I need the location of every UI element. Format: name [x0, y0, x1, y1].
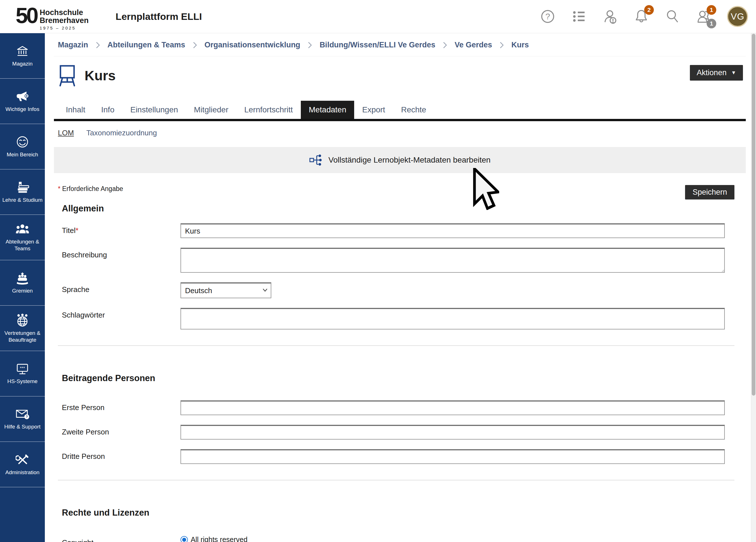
edit-full-metadata-banner[interactable]: Vollständige Lernobjekt-Metadaten bearbe… — [54, 147, 746, 173]
tools-icon — [16, 453, 29, 466]
sidebar-item-label: Abteilungen & Teams — [0, 238, 45, 252]
chevron-down-icon: ▼ — [731, 70, 736, 76]
zweite-person-input[interactable] — [180, 425, 725, 440]
logo-50-number: 50 — [16, 5, 37, 25]
monitor-icon: *** — [16, 363, 29, 375]
breadcrumb-item[interactable]: Bildung/Wissen/ELLI Ve Gerdes — [320, 41, 435, 49]
sidebar-item-hilfe-support[interactable]: ? Hilfe & Support — [0, 396, 45, 442]
tab-inhalt[interactable]: Inhalt — [58, 101, 93, 119]
university-logo: 50 Hochschule Bremerhaven 1975 – 2025 — [16, 3, 89, 30]
vertical-scrollbar[interactable] — [751, 33, 756, 542]
breadcrumb-item-current[interactable]: Kurs — [511, 41, 529, 49]
chevron-right-icon — [308, 41, 312, 49]
titel-label: Titel* — [62, 223, 180, 235]
form-row-titel: Titel* — [54, 223, 746, 238]
sidebar-item-label: HS-Systeme — [6, 378, 39, 385]
required-note-text: Erforderliche Angabe — [62, 185, 123, 192]
sidebar-item-mein-bereich[interactable]: Mein Bereich — [0, 124, 45, 169]
dritte-person-label: Dritte Person — [62, 449, 180, 461]
form-row-copyright: Copyright All rights reserved — [54, 535, 746, 542]
required-note: *Erforderliche Angabe — [58, 185, 123, 193]
section-heading-rechte: Rechte und Lizenzen — [54, 508, 746, 518]
dritte-person-input[interactable] — [180, 449, 725, 464]
chevron-right-icon — [96, 41, 100, 49]
breadcrumb-item[interactable]: Magazin — [58, 41, 88, 49]
tab-lernfortschritt[interactable]: Lernfortschritt — [236, 101, 301, 119]
chevron-right-icon — [443, 41, 447, 49]
sidebar-item-vertretungen[interactable]: Vertretungen & Beauftragte — [0, 306, 45, 351]
help-icon[interactable]: ? — [540, 9, 556, 24]
group-icon — [16, 223, 29, 236]
copyright-radio[interactable] — [180, 536, 188, 542]
beschreibung-textarea[interactable] — [180, 248, 725, 273]
app-header: 50 Hochschule Bremerhaven 1975 – 2025 Le… — [0, 0, 756, 33]
sprache-select[interactable]: Deutsch — [180, 282, 271, 298]
tab-info[interactable]: Info — [93, 101, 123, 119]
breadcrumb-item[interactable]: Ve Gerdes — [455, 41, 492, 49]
bank-icon — [16, 45, 29, 58]
copyright-option-label: All rights reserved — [191, 535, 247, 542]
form-row-zweite-person: Zweite Person — [54, 425, 746, 440]
search-icon[interactable] — [665, 9, 681, 24]
section-divider — [58, 345, 734, 346]
scrollbar-thumb[interactable] — [752, 34, 755, 396]
sidebar-item-hs-systeme[interactable]: *** HS-Systeme — [0, 351, 45, 396]
sidebar-item-administration[interactable]: Administration — [0, 442, 45, 487]
subtab-bar: LOM Taxonomiezuordnung — [54, 129, 746, 137]
sidebar-item-magazin[interactable]: Magazin — [0, 33, 45, 79]
subtab-taxonomiezuordnung[interactable]: Taxonomiezuordnung — [86, 129, 157, 137]
sidebar-item-abteilungen-teams[interactable]: Abteilungen & Teams — [0, 215, 45, 260]
edit-full-metadata-label: Vollständige Lernobjekt-Metadaten bearbe… — [328, 156, 490, 165]
globe-people-icon — [16, 313, 29, 327]
page-title: Kurs — [85, 68, 115, 83]
schlagwoerter-input[interactable] — [180, 308, 725, 329]
sidebar-item-label: Wichtige Infos — [4, 106, 40, 113]
main-content: Magazin Abteilungen & Teams Organisation… — [45, 33, 756, 542]
tab-einstellungen[interactable]: Einstellungen — [122, 101, 186, 119]
sidebar-item-label: Mein Bereich — [6, 151, 39, 158]
section-heading-allgemein: Allgemein — [54, 203, 746, 214]
sidebar-item-label: Gremien — [11, 287, 34, 294]
sidebar-item-gremien[interactable]: Gremien — [0, 260, 45, 306]
contacts-icon[interactable]: 1 1 — [696, 9, 712, 24]
contacts-badge-new: 1 — [707, 5, 716, 15]
tab-rechte[interactable]: Rechte — [393, 101, 434, 119]
form-row-sprache: Sprache Deutsch — [54, 282, 746, 298]
breadcrumb-item[interactable]: Organisationsentwicklung — [205, 41, 301, 49]
save-button[interactable]: Speichern — [685, 185, 734, 199]
tab-metadaten[interactable]: Metadaten — [301, 101, 354, 119]
logo-name-line1: Hochschule — [40, 9, 89, 17]
membership-requests-icon[interactable] — [602, 9, 618, 24]
titel-input[interactable] — [180, 223, 725, 238]
books-icon — [16, 181, 29, 194]
tab-export[interactable]: Export — [354, 101, 393, 119]
sidebar-item-wichtige-infos[interactable]: Wichtige Infos — [0, 79, 45, 124]
bell-badge: 2 — [644, 5, 654, 15]
schlagwoerter-label: Schlagwörter — [62, 308, 180, 320]
required-asterisk: * — [58, 185, 60, 192]
chevron-right-icon — [193, 41, 197, 49]
sidebar-item-label: Lehre & Studium — [1, 197, 44, 203]
tab-mitglieder[interactable]: Mitglieder — [186, 101, 236, 119]
form-header: *Erforderliche Angabe Speichern — [54, 185, 746, 199]
tab-bar: Inhalt Info Einstellungen Mitglieder Ler… — [54, 101, 746, 121]
user-avatar[interactable]: VG — [727, 6, 748, 27]
logo-name-line2: Bremerhaven — [40, 17, 89, 25]
subtab-lom[interactable]: LOM — [58, 129, 74, 137]
course-easel-icon — [58, 64, 77, 87]
svg-text:?: ? — [26, 415, 28, 419]
copyright-label: Copyright — [62, 535, 180, 542]
actions-button[interactable]: Aktionen ▼ — [690, 65, 743, 81]
list-menu-icon[interactable] — [571, 9, 587, 24]
erste-person-input[interactable] — [180, 400, 725, 415]
form-row-schlagwoerter: Schlagwörter — [54, 308, 746, 329]
breadcrumb-item[interactable]: Abteilungen & Teams — [108, 41, 185, 49]
sidebar-item-label: Magazin — [11, 60, 34, 67]
actions-button-label: Aktionen — [697, 68, 726, 77]
app-title: Lernplattform ELLI — [115, 11, 202, 22]
notifications-bell-icon[interactable]: 2 — [633, 9, 649, 24]
form-row-dritte-person: Dritte Person — [54, 449, 746, 464]
sidebar-item-lehre-studium[interactable]: Lehre & Studium — [0, 169, 45, 215]
form-row-erste-person: Erste Person — [54, 400, 746, 415]
erste-person-label: Erste Person — [62, 400, 180, 412]
